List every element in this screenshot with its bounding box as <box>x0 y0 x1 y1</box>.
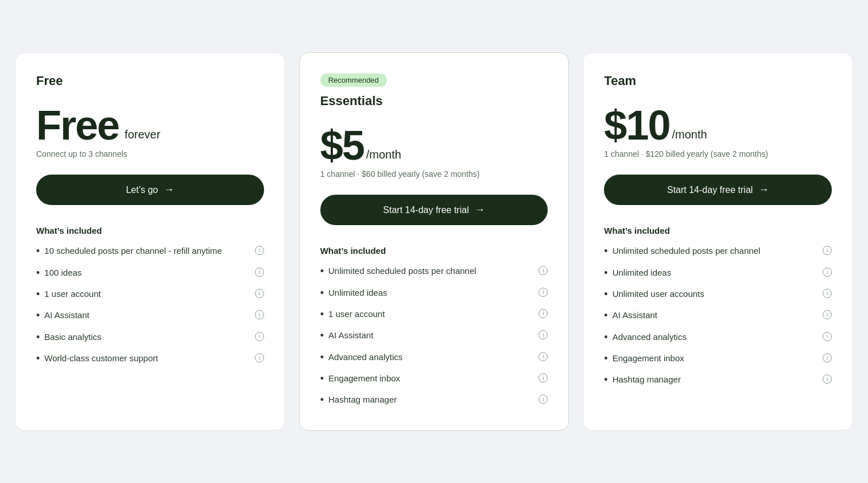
feature-bullet: • <box>320 393 324 407</box>
feature-item: • Hashtag manager i <box>320 393 548 407</box>
feature-bullet: • <box>604 331 607 344</box>
arrow-icon-free: → <box>164 184 174 196</box>
plan-card-team: Team $10 /month 1 channel · $120 billed … <box>583 52 853 431</box>
price-suffix-free: forever <box>125 128 160 141</box>
feature-item: • AI Assistant i <box>320 329 548 342</box>
info-icon[interactable]: i <box>538 266 548 275</box>
info-icon[interactable]: i <box>538 395 548 404</box>
feature-bullet: • <box>320 287 324 300</box>
cta-label-free: Let’s go <box>126 185 158 195</box>
feature-text: Engagement inbox <box>328 372 532 384</box>
info-icon[interactable]: i <box>538 330 548 339</box>
feature-text: World-class customer support <box>44 352 247 364</box>
cta-label-team: Start 14-day free trial <box>667 185 753 195</box>
feature-bullet: • <box>320 329 324 342</box>
feature-bullet: • <box>320 265 324 278</box>
feature-bullet: • <box>604 266 607 280</box>
features-list-essentials: • Unlimited scheduled posts per channel … <box>320 265 548 407</box>
info-icon[interactable]: i <box>255 332 264 341</box>
price-section-free: Free forever <box>36 105 264 146</box>
info-icon[interactable]: i <box>823 246 832 255</box>
price-section-team: $10 /month <box>604 105 832 146</box>
arrow-icon-essentials: → <box>475 204 485 216</box>
price-subtitle-team: 1 channel · $120 billed yearly (save 2 m… <box>604 149 832 159</box>
feature-text: Unlimited scheduled posts per channel <box>328 265 532 277</box>
features-list-free: • 10 scheduled posts per channel - refil… <box>36 245 264 365</box>
feature-text: Basic analytics <box>44 331 247 343</box>
feature-bullet: • <box>320 351 324 364</box>
feature-text: 1 user account <box>328 308 532 320</box>
features-list-team: • Unlimited scheduled posts per channel … <box>604 245 832 387</box>
feature-item: • Advanced analytics i <box>320 351 548 364</box>
plan-card-essentials: RecommendedEssentials $5 /month 1 channe… <box>299 52 569 431</box>
info-icon[interactable]: i <box>255 246 264 255</box>
info-icon[interactable]: i <box>538 288 548 297</box>
info-icon[interactable]: i <box>823 289 832 298</box>
feature-text: Engagement inbox <box>613 352 816 364</box>
feature-bullet: • <box>604 373 607 387</box>
features-label-essentials: What’s included <box>320 246 548 256</box>
feature-item: • AI Assistant i <box>604 309 832 322</box>
feature-bullet: • <box>604 245 607 258</box>
feature-item: • AI Assistant i <box>36 309 264 322</box>
feature-text: 1 user account <box>44 288 247 300</box>
cta-button-essentials[interactable]: Start 14-day free trial → <box>320 195 548 225</box>
feature-bullet: • <box>36 352 40 365</box>
info-icon[interactable]: i <box>538 352 548 361</box>
features-label-free: What’s included <box>36 226 264 235</box>
info-icon[interactable]: i <box>255 289 264 298</box>
feature-bullet: • <box>320 372 324 385</box>
feature-text: Unlimited scheduled posts per channel <box>613 245 816 257</box>
feature-bullet: • <box>36 266 40 280</box>
feature-bullet: • <box>320 308 324 321</box>
price-subtitle-free: Connect up to 3 channels <box>36 149 264 159</box>
plan-name-free: Free <box>36 74 264 88</box>
feature-item: • Unlimited ideas i <box>320 287 548 300</box>
feature-bullet: • <box>604 288 607 301</box>
info-icon[interactable]: i <box>823 353 832 362</box>
price-amount-free: Free <box>36 105 119 146</box>
feature-item: • 10 scheduled posts per channel - refil… <box>36 245 264 258</box>
info-icon[interactable]: i <box>823 310 832 319</box>
feature-text: Hashtag manager <box>613 373 816 385</box>
price-period-team: /month <box>672 128 707 141</box>
info-icon[interactable]: i <box>255 353 264 362</box>
plan-name-team: Team <box>604 74 832 88</box>
features-label-team: What’s included <box>604 226 832 235</box>
recommended-badge: Recommended <box>320 74 387 87</box>
info-icon[interactable]: i <box>255 310 264 319</box>
price-subtitle-essentials: 1 channel · $60 billed yearly (save 2 mo… <box>320 169 548 179</box>
feature-item: • Advanced analytics i <box>604 331 832 344</box>
feature-item: • Hashtag manager i <box>604 373 832 387</box>
feature-item: • Basic analytics i <box>36 331 264 344</box>
info-icon[interactable]: i <box>255 268 264 277</box>
feature-text: AI Assistant <box>328 329 532 341</box>
cta-label-essentials: Start 14-day free trial <box>383 205 468 215</box>
feature-bullet: • <box>36 245 40 258</box>
feature-text: 10 scheduled posts per channel - refill … <box>44 245 247 257</box>
cta-button-team[interactable]: Start 14-day free trial → <box>604 175 832 205</box>
feature-item: • Unlimited ideas i <box>604 266 832 280</box>
cta-button-free[interactable]: Let’s go → <box>36 175 264 205</box>
feature-item: • 1 user account i <box>320 308 548 321</box>
feature-text: AI Assistant <box>44 309 247 321</box>
pricing-container: Free Free forever Connect up to 3 channe… <box>15 52 853 431</box>
feature-item: • 100 ideas i <box>36 266 264 280</box>
info-icon[interactable]: i <box>538 373 548 382</box>
arrow-icon-team: → <box>758 184 769 196</box>
price-period-essentials: /month <box>366 148 401 161</box>
feature-bullet: • <box>36 309 40 322</box>
feature-item: • Engagement inbox i <box>320 372 548 385</box>
price-section-essentials: $5 /month <box>320 125 548 166</box>
info-icon[interactable]: i <box>823 374 832 384</box>
feature-bullet: • <box>36 331 40 344</box>
feature-text: Advanced analytics <box>613 331 816 343</box>
feature-text: AI Assistant <box>613 309 816 321</box>
feature-bullet: • <box>604 309 607 322</box>
feature-bullet: • <box>36 288 40 301</box>
info-icon[interactable]: i <box>823 332 832 341</box>
feature-item: • Engagement inbox i <box>604 352 832 365</box>
info-icon[interactable]: i <box>538 309 548 318</box>
feature-item: • Unlimited scheduled posts per channel … <box>320 265 548 278</box>
info-icon[interactable]: i <box>823 268 832 277</box>
